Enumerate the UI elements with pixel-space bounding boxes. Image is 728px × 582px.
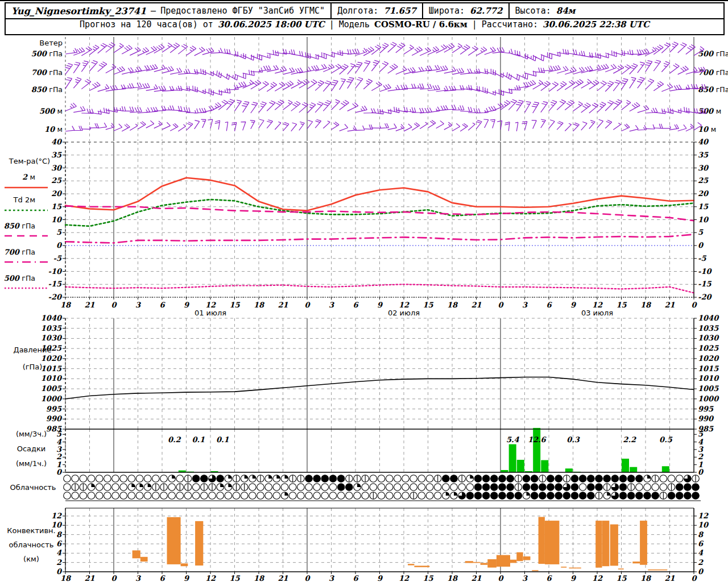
cloud-circle	[176, 492, 184, 500]
wind-level-label-left: 10 м	[44, 125, 63, 134]
convective-bar	[618, 568, 624, 569]
legend-label-3: 700 гПа	[4, 248, 35, 256]
bottom-time-tick-label: 12	[399, 574, 410, 582]
convective-tick-right: 0	[698, 567, 704, 576]
cloud-circle	[378, 484, 385, 491]
cloud-circle	[684, 492, 692, 500]
pressure-panel-title: (гПа)	[23, 363, 43, 371]
temp-tick-right: -20	[698, 293, 712, 301]
cloud-circle	[547, 484, 555, 491]
cloud-circle	[499, 475, 506, 483]
precip-value-label: 2.2	[623, 435, 636, 444]
time-tick-label: 21	[278, 301, 288, 309]
bottom-time-tick-label: 15	[423, 574, 433, 582]
cloud-quarter	[446, 492, 449, 496]
precip-panel-title: (мм/1ч.)	[16, 459, 47, 468]
wind-level-label-left: 850 гПа	[31, 85, 63, 94]
cloud-circle	[313, 492, 321, 500]
temp-tick-right: 30	[698, 164, 709, 172]
cloud-circle	[160, 492, 168, 500]
temp-panel-title: Тем-ра(°C)	[9, 157, 50, 165]
pipe: |	[472, 19, 477, 34]
convective-bar	[523, 556, 531, 560]
temp-tick-right: 20	[698, 189, 709, 198]
cloud-circle	[611, 475, 619, 483]
cloud-circle	[80, 475, 87, 483]
bottom-time-tick-label: 21	[664, 574, 675, 582]
time-tick-label: 0	[111, 301, 117, 309]
precip-value-label: 0.1	[192, 435, 205, 444]
latitude-segment: Широта: 62.772	[423, 3, 508, 18]
cloud-circle	[370, 475, 377, 483]
time-tick-label: 18	[254, 301, 265, 309]
cloud-quarter	[228, 484, 231, 487]
cloud-circle	[450, 475, 458, 483]
cloud-circle	[152, 492, 160, 500]
time-tick-label: 15	[229, 301, 240, 309]
pressure-tick-right: 1020	[698, 354, 719, 363]
precip-bar	[565, 468, 573, 472]
temp-tick-right: 25	[698, 176, 709, 185]
wind-barbs-row-5	[65, 119, 702, 131]
temp-tick-left: 20	[51, 189, 63, 198]
cloud-circle	[64, 484, 71, 491]
cloud-circle	[692, 492, 700, 500]
convective-panel-title: Конвективн.	[7, 526, 56, 535]
cloud-circle	[192, 475, 200, 483]
temp-tick-right: -10	[698, 267, 712, 276]
cloud-circle	[201, 475, 208, 483]
top-border	[0, 0, 728, 1]
temp-tick-left: -10	[48, 267, 63, 276]
convective-tick-right: 4	[698, 548, 704, 557]
temp-tick-right: 0	[698, 241, 704, 250]
wind-level-label-left: 500 гПа	[31, 49, 63, 58]
cloud-circle	[555, 475, 562, 483]
convective-bar	[497, 555, 510, 567]
date-label: 01 июля	[195, 309, 226, 317]
cloud-circle	[402, 475, 410, 483]
cloud-circle	[571, 475, 578, 483]
cloud-circle	[660, 484, 667, 491]
cloud-circle	[144, 492, 151, 500]
cloud-circle	[402, 484, 410, 491]
cloud-circle	[636, 492, 643, 500]
cloud-circle	[450, 484, 458, 491]
bottom-time-tick-label: 18	[60, 574, 72, 582]
precip-bar	[630, 467, 637, 472]
cloud-circle	[337, 475, 345, 483]
convective-bar	[610, 525, 618, 566]
longitude-value: 71.657	[383, 6, 416, 16]
cloud-circle	[434, 484, 441, 491]
cloud-quarter	[220, 484, 224, 487]
bottom-time-tick-label: 9	[570, 574, 577, 582]
wind-barbs-row-1	[65, 42, 704, 61]
convective-bar	[602, 521, 610, 566]
temp-tick-left: 15	[51, 202, 62, 211]
altitude-segment: Высота: 84м	[510, 3, 581, 18]
cloud-circle	[482, 475, 490, 483]
cloud-circle	[668, 475, 675, 483]
cloud-circle	[523, 484, 530, 491]
bottom-time-tick-label: 21	[278, 574, 288, 582]
precip-value-label: 12.6	[528, 435, 547, 444]
cloud-quarter	[276, 475, 280, 479]
cloud-circle	[346, 492, 353, 500]
cloud-circle	[515, 492, 522, 500]
cloud-circle	[354, 492, 361, 500]
cloud-quarter	[285, 492, 288, 496]
time-tick-label: 21	[471, 301, 481, 309]
cloud-circle	[370, 484, 377, 491]
time-tick-label: 12	[592, 301, 603, 309]
cloud-circle	[619, 492, 627, 500]
cloud-circle	[571, 492, 578, 500]
cloud-circle	[668, 492, 675, 500]
cloud-circle	[474, 475, 482, 483]
bottom-time-tick-label: 6	[546, 574, 552, 582]
precip-bar	[622, 459, 629, 472]
cloud-circle	[136, 492, 143, 500]
convective-bar	[133, 550, 140, 558]
cloud-circle	[217, 492, 224, 500]
calc-time: 30.06.2025 22:38 UTC	[543, 19, 650, 34]
convective-bar	[576, 568, 581, 569]
convective-bar	[481, 563, 488, 565]
